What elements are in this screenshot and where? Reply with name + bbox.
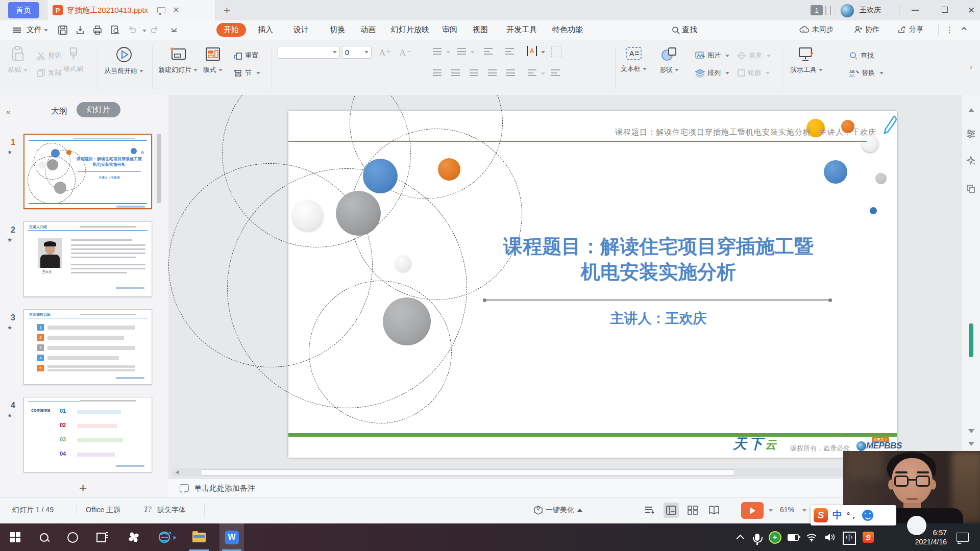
text-direction-dropdown-icon[interactable] xyxy=(541,51,545,54)
collapse-panel-icon[interactable]: « xyxy=(6,107,9,116)
scroll-up-icon[interactable] xyxy=(968,108,974,112)
zoom-dropdown-icon[interactable] xyxy=(802,509,806,512)
tab-start[interactable]: 开始 xyxy=(216,23,246,37)
slide-thumbnail-3[interactable]: 本次课程目标 1 2 3 4 5 xyxy=(23,309,152,385)
decrease-indent-icon[interactable] xyxy=(484,48,493,55)
task-stack-icon[interactable] xyxy=(825,6,831,15)
battery-tray-icon[interactable] xyxy=(785,523,801,551)
restore-button[interactable] xyxy=(942,7,948,13)
paragraph-spacing-icon[interactable] xyxy=(551,69,560,76)
tab-review[interactable]: 审阅 xyxy=(442,25,457,35)
tab-transitions[interactable]: 切换 xyxy=(330,25,345,35)
missing-fonts[interactable]: 缺失字体 xyxy=(157,506,186,515)
cut-button[interactable]: 剪切 xyxy=(37,51,61,60)
pinned-app-button[interactable] xyxy=(121,523,146,551)
slide-header-text[interactable]: 课程题目：解读住宅项目穿插施工暨机电安装实施分析 主讲人：王欢庆 xyxy=(482,128,876,137)
tab-special-features[interactable]: 特色功能 xyxy=(552,25,583,35)
beautify-button[interactable]: 一键美化 xyxy=(534,506,582,515)
editing-canvas[interactable]: 课程题目：解读住宅项目穿插施工暨机电安装实施分析 主讲人：王欢庆 课程题目：解读… xyxy=(168,95,962,497)
share-button[interactable]: 分享 xyxy=(897,25,923,34)
line-spacing-icon[interactable] xyxy=(528,69,536,76)
tab-animation[interactable]: 动画 xyxy=(360,25,376,35)
line-spacing-dropdown-icon[interactable] xyxy=(541,72,545,75)
tab-design[interactable]: 设计 xyxy=(293,25,309,35)
align-right-icon[interactable] xyxy=(470,69,478,76)
reset-button[interactable]: 重置 xyxy=(234,51,258,60)
arrange-button[interactable]: 排列 xyxy=(695,68,729,78)
sync-status[interactable]: 未同步 xyxy=(799,25,834,34)
sogou-tray-icon[interactable]: S xyxy=(860,523,877,551)
view-reading-button[interactable] xyxy=(706,503,722,518)
print-preview-button[interactable] xyxy=(109,24,120,36)
emoji-icon[interactable] xyxy=(862,510,873,521)
close-button[interactable]: ✕ xyxy=(968,5,975,16)
user-name[interactable]: 王欢庆 xyxy=(860,6,881,15)
slide-thumbnail-4[interactable]: contents 01 02 03 04 xyxy=(23,397,152,472)
minimize-button[interactable] xyxy=(912,10,919,11)
export-button[interactable] xyxy=(75,24,86,36)
start-button[interactable] xyxy=(3,523,28,551)
ime-punctuation-toggle[interactable]: °， xyxy=(847,511,857,520)
home-tab[interactable]: 首页 xyxy=(8,2,39,18)
format-painter-button[interactable]: 格式刷 xyxy=(63,46,83,73)
layers-icon[interactable] xyxy=(966,184,976,194)
section-button[interactable]: 节 xyxy=(234,68,260,78)
undo-button[interactable] xyxy=(127,24,138,36)
numbering-dropdown-icon[interactable] xyxy=(471,51,475,54)
taskbar-search-button[interactable] xyxy=(32,523,56,551)
font-size-combobox[interactable]: 0 xyxy=(342,46,372,59)
paste-button[interactable]: 粘贴 xyxy=(8,46,28,74)
save-button[interactable] xyxy=(57,24,68,36)
file-explorer-button[interactable] xyxy=(187,523,211,551)
slideshow-play-button[interactable] xyxy=(741,502,764,519)
sogou-logo-icon[interactable]: S xyxy=(814,508,828,522)
avatar[interactable] xyxy=(840,4,854,18)
tab-view[interactable]: 视图 xyxy=(473,25,488,35)
close-tab-icon[interactable]: ✕ xyxy=(173,6,179,14)
placeholder-box-icon[interactable] xyxy=(551,46,561,57)
horizontal-scroll-thumb[interactable] xyxy=(200,469,735,475)
tab-insert[interactable]: 插入 xyxy=(258,25,273,35)
ime-mode-tray-icon[interactable]: 中 xyxy=(843,532,856,545)
replace-button[interactable]: ABAC 替换 xyxy=(849,68,884,78)
add-slide-button[interactable]: + xyxy=(79,480,87,496)
find-menu[interactable]: 查找 xyxy=(672,25,697,35)
new-tab-button[interactable]: + xyxy=(224,4,230,17)
theme-name[interactable]: Office 主题 xyxy=(86,506,120,515)
slide-presenter[interactable]: 主讲人：王欢庆 xyxy=(485,309,832,328)
action-center-button[interactable] xyxy=(952,523,973,551)
tab-slides[interactable]: 幻灯片 xyxy=(77,102,120,117)
floating-widget[interactable] xyxy=(907,516,926,535)
task-view-button[interactable] xyxy=(89,523,113,551)
internet-explorer-button[interactable] xyxy=(152,523,177,551)
beautify-wand-icon[interactable] xyxy=(966,156,976,166)
presentation-tools-button[interactable]: 演示工具 xyxy=(790,46,823,74)
fill-button[interactable]: 填充 xyxy=(737,51,771,60)
print-button[interactable] xyxy=(92,24,103,36)
justify-icon[interactable] xyxy=(488,69,497,76)
text-direction-icon[interactable]: A xyxy=(527,46,537,56)
tray-expand-icon[interactable] xyxy=(734,523,748,551)
play-from-current-button[interactable]: 从当前开始 xyxy=(104,46,143,76)
ime-toolbar[interactable]: S 中 °， xyxy=(811,505,896,525)
outline-button[interactable]: 轮廓 xyxy=(737,68,770,78)
slide-thumbnail-1[interactable]: 课程题目：解读住宅项目穿插施工暨机电安装实施分析 主讲人：王欢庆 xyxy=(23,134,152,209)
textbox-button[interactable]: A 文本框 xyxy=(621,46,647,73)
layout-button[interactable]: 版式 xyxy=(203,46,223,74)
notes-bar[interactable]: 单击此处添加备注 xyxy=(168,479,962,497)
slide-title[interactable]: 课程题目：解读住宅项目穿插施工暨机电安装实施分析 xyxy=(485,234,832,285)
more-menu-icon[interactable]: ⋮ xyxy=(945,25,953,35)
tab-slideshow[interactable]: 幻灯片放映 xyxy=(391,25,429,35)
file-menu[interactable]: 文件 xyxy=(27,25,48,35)
slide-thumbnail-2[interactable]: 主讲人介绍 王欢庆 xyxy=(23,221,152,297)
increase-indent-icon[interactable] xyxy=(505,48,514,55)
cortana-button[interactable] xyxy=(60,523,85,551)
copy-button[interactable]: 复制 xyxy=(37,68,61,78)
bullet-dropdown-icon[interactable] xyxy=(446,51,450,54)
microphone-tray-icon[interactable] xyxy=(749,523,765,551)
bullet-list-icon[interactable] xyxy=(433,48,442,55)
undo-dropdown-icon[interactable] xyxy=(142,30,146,32)
object-properties-icon[interactable] xyxy=(966,129,976,139)
panel-scrollbar[interactable] xyxy=(157,134,161,203)
increase-font-button[interactable]: A⁺ xyxy=(379,47,391,59)
